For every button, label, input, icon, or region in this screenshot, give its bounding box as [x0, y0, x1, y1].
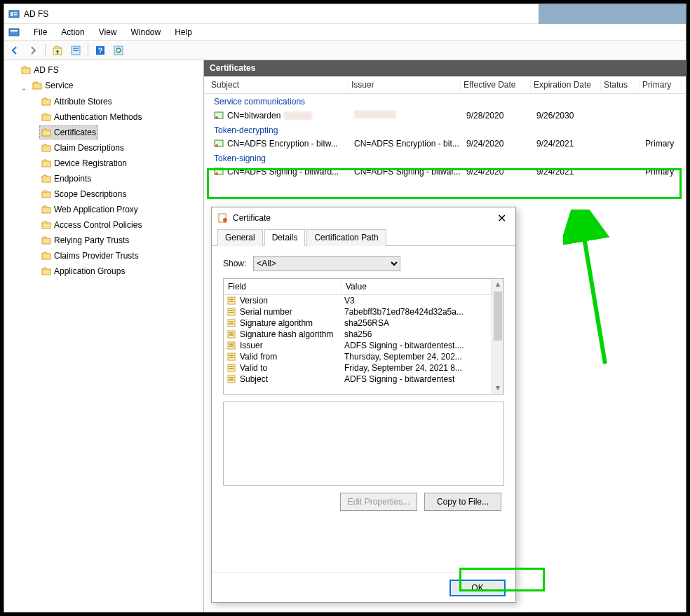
tree-item[interactable]: Web Application Proxy: [39, 203, 140, 217]
svg-rect-21: [42, 207, 50, 213]
svg-rect-1: [11, 12, 13, 16]
tree-item-label: Claim Descriptions: [54, 142, 124, 154]
col-subject[interactable]: Subject: [208, 78, 349, 91]
field-row[interactable]: IssuerADFS Signing - bitwardentest....: [224, 340, 492, 351]
folder-icon: [41, 143, 51, 153]
tree-item-label: Certificates: [54, 126, 96, 139]
tree-item[interactable]: Authentication Methods: [39, 110, 144, 124]
field-row[interactable]: Serial number7abebff3b71ed78e424d32a5a..…: [224, 306, 492, 317]
tab-general[interactable]: General: [217, 229, 263, 246]
svg-rect-45: [229, 334, 234, 336]
adfs-window: AD FS File Action View Window Help ?: [4, 4, 686, 612]
properties-button[interactable]: [68, 43, 83, 58]
adfs-app-icon: [8, 8, 20, 20]
field-icon: [226, 374, 236, 384]
tree-item-label: Access Control Policies: [54, 219, 142, 231]
field-col-value[interactable]: Value: [341, 279, 492, 294]
certificate-list[interactable]: Subject Issuer Effective Date Expiration…: [204, 76, 686, 612]
tree-item-label: Relying Party Trusts: [54, 234, 129, 247]
toolbar-separator-2: [88, 44, 88, 57]
tree-root[interactable]: AD FS: [19, 63, 60, 77]
certificate-row[interactable]: CN=bitwarden9/28/20209/26/2030: [204, 108, 686, 123]
svg-rect-36: [229, 301, 234, 302]
tree-item[interactable]: Device Registration: [39, 156, 129, 170]
svg-rect-14: [42, 100, 50, 105]
tab-body: Show: <All> Field Value Ver: [212, 246, 515, 573]
col-primary[interactable]: Primary: [640, 78, 682, 91]
field-col-name[interactable]: Field: [224, 279, 341, 294]
toolbar-separator: [45, 44, 46, 57]
svg-rect-42: [229, 323, 234, 324]
certificate-row[interactable]: CN=ADFS Encryption - bitw...CN=ADFS Encr…: [204, 137, 686, 151]
tree-item[interactable]: Relying Party Trusts: [39, 233, 131, 247]
field-row[interactable]: Valid fromThursday, September 24, 202...: [224, 351, 492, 362]
titlebar: AD FS: [4, 4, 686, 24]
scroll-up-icon[interactable]: ▴: [492, 279, 503, 290]
field-row[interactable]: VersionV3: [224, 295, 492, 306]
folder-icon: [41, 158, 51, 168]
up-button[interactable]: [50, 43, 65, 58]
scroll-down-icon[interactable]: ▾: [492, 383, 503, 394]
svg-point-29: [215, 144, 218, 147]
help-button[interactable]: ?: [93, 43, 108, 58]
certificate-icon: [217, 212, 229, 224]
dialog-close-button[interactable]: ✕: [493, 212, 510, 225]
menu-help[interactable]: Help: [168, 25, 199, 39]
tree-item[interactable]: Application Groups: [39, 264, 127, 278]
col-effective[interactable]: Effective Date: [461, 78, 531, 91]
tree-service[interactable]: Service: [30, 78, 75, 93]
titlebar-redacted: [539, 4, 686, 24]
field-row[interactable]: Valid toFriday, September 24, 2021 8...: [224, 362, 492, 374]
col-expiration[interactable]: Expiration Date: [531, 78, 601, 91]
ok-button[interactable]: OK: [449, 580, 506, 596]
tree-item-label: Application Groups: [54, 265, 125, 278]
field-row[interactable]: SubjectADFS Signing - bitwardentest: [224, 374, 492, 385]
dialog-tabs: General Details Certification Path: [212, 228, 515, 246]
field-row[interactable]: Signature algorithmsha256RSA: [224, 317, 492, 329]
show-select[interactable]: <All>: [253, 256, 400, 271]
tree-item[interactable]: Certificates: [39, 125, 98, 139]
field-table[interactable]: Field Value VersionV3Serial number7abebf…: [224, 279, 492, 394]
certificate-icon: [214, 111, 224, 121]
col-status[interactable]: Status: [601, 78, 640, 91]
nav-forward-button[interactable]: [25, 43, 41, 58]
tab-certpath[interactable]: Certification Path: [306, 229, 386, 246]
field-icon: [226, 352, 236, 362]
svg-rect-13: [33, 83, 41, 89]
field-icon: [226, 341, 236, 350]
main-pane: Certificates Subject Issuer Effective Da…: [204, 60, 686, 612]
svg-rect-16: [42, 130, 50, 136]
twisty-service[interactable]: ⌄: [20, 82, 28, 95]
tree-item-label: Endpoints: [54, 172, 91, 185]
tree-item[interactable]: Access Control Policies: [39, 218, 144, 232]
tree-pane[interactable]: AD FS ⌄ Service Attribute StoresAuthenti…: [4, 60, 204, 612]
tree-item[interactable]: Endpoints: [39, 172, 93, 186]
svg-point-31: [215, 172, 218, 175]
col-issuer[interactable]: Issuer: [349, 78, 461, 91]
nav-back-button[interactable]: [7, 43, 22, 58]
tree-item[interactable]: Claim Descriptions: [39, 141, 126, 155]
tab-details[interactable]: Details: [264, 229, 306, 246]
certificate-row[interactable]: CN=ADFS Signing - bitward...CN=ADFS Sign…: [204, 165, 686, 179]
svg-rect-38: [229, 310, 234, 311]
refresh-button[interactable]: [111, 43, 126, 58]
tree-item-label: Device Registration: [54, 157, 127, 170]
scrollbar[interactable]: ▴ ▾: [492, 279, 503, 394]
list-group-header: Token-decrypting: [204, 123, 686, 137]
menu-window[interactable]: Window: [124, 25, 168, 39]
field-row[interactable]: Signature hash algorithmsha256: [224, 329, 492, 340]
svg-rect-2: [14, 12, 18, 13]
menu-view[interactable]: View: [92, 25, 124, 39]
copy-to-file-button[interactable]: Copy to File...: [424, 493, 501, 511]
tree-item[interactable]: Scope Descriptions: [39, 187, 128, 201]
svg-rect-11: [114, 46, 123, 55]
mmc-icon: [8, 27, 20, 38]
tree-item-label: Authentication Methods: [54, 111, 142, 123]
scroll-thumb[interactable]: [494, 292, 502, 341]
menu-action[interactable]: Action: [54, 25, 91, 39]
main-header: Certificates: [204, 60, 686, 76]
tree-item[interactable]: Claims Provider Trusts: [39, 249, 141, 263]
tree-item[interactable]: Attribute Stores: [39, 95, 114, 109]
menu-file[interactable]: File: [27, 25, 54, 39]
tree-item-label: Scope Descriptions: [54, 188, 126, 200]
